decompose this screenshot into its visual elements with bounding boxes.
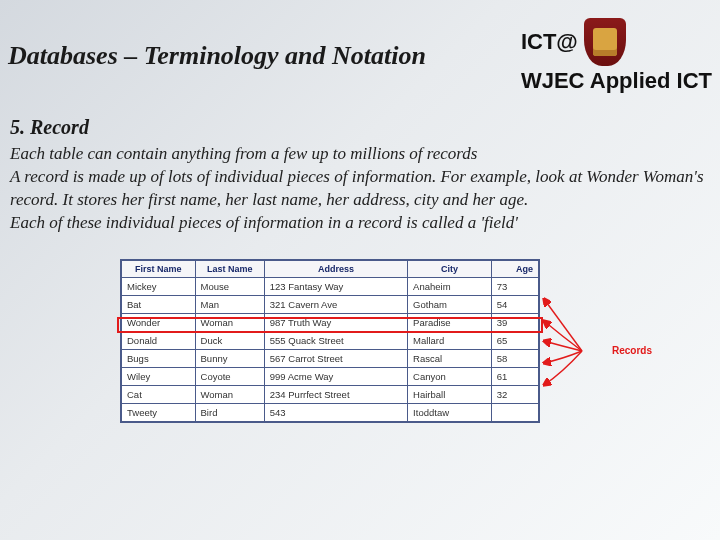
table-cell: Gotham [408,295,492,313]
table-row: WileyCoyote999 Acme WayCanyon61 [121,367,539,385]
section-heading: 5. Record [10,116,720,139]
table-cell: 987 Truth Way [264,313,407,331]
table-row: DonaldDuck555 Quack StreetMallard65 [121,331,539,349]
records-callout: Records [612,345,652,356]
table-cell: 65 [491,331,539,349]
table-cell: Itoddtaw [408,403,492,422]
table-cell: Mickey [121,277,195,295]
records-arrows-icon [540,291,600,401]
table-cell: 321 Cavern Ave [264,295,407,313]
th-city: City [408,260,492,278]
table-cell: Paradise [408,313,492,331]
table-cell: Woman [195,313,264,331]
table-cell: 32 [491,385,539,403]
table-row: WonderWoman987 Truth WayParadise39 [121,313,539,331]
paragraph-3: Each of these individual pieces of infor… [10,212,710,235]
records-table-wrap: First Name Last Name Address City Age Mi… [120,259,600,423]
table-cell: Coyote [195,367,264,385]
table-cell: 567 Carrot Street [264,349,407,367]
table-cell: 543 [264,403,407,422]
table-cell: 999 Acme Way [264,367,407,385]
table-cell [491,403,539,422]
table-row: BugsBunny567 Carrot StreetRascal58 [121,349,539,367]
table-cell: Donald [121,331,195,349]
table-cell: 555 Quack Street [264,331,407,349]
brand-block: ICT@ WJEC Applied ICT [521,18,712,94]
table-cell: 54 [491,295,539,313]
table-cell: Wonder [121,313,195,331]
th-addr: Address [264,260,407,278]
table-cell: Cat [121,385,195,403]
table-cell: 123 Fantasy Way [264,277,407,295]
th-last: Last Name [195,260,264,278]
th-first: First Name [121,260,195,278]
table-cell: 58 [491,349,539,367]
page-title: Databases – Terminology and Notation [8,41,513,71]
crest-icon [584,18,626,66]
table-cell: 234 Purrfect Street [264,385,407,403]
table-cell: Bugs [121,349,195,367]
table-header-row: First Name Last Name Address City Age [121,260,539,278]
paragraph-1: Each table can contain anything from a f… [10,143,710,166]
table-cell: Mallard [408,331,492,349]
table-row: BatMan321 Cavern AveGotham54 [121,295,539,313]
table-cell: Duck [195,331,264,349]
table-cell: Canyon [408,367,492,385]
table-row: CatWoman234 Purrfect StreetHairball32 [121,385,539,403]
table-cell: 39 [491,313,539,331]
table-cell: Tweety [121,403,195,422]
table-cell: 61 [491,367,539,385]
table-cell: Wiley [121,367,195,385]
brand-wjec: WJEC Applied ICT [521,68,712,94]
table-cell: Rascal [408,349,492,367]
table-cell: Mouse [195,277,264,295]
table-row: MickeyMouse123 Fantasy WayAnaheim73 [121,277,539,295]
table-cell: Anaheim [408,277,492,295]
paragraph-2: A record is made up of lots of individua… [10,166,710,212]
brand-ict: ICT@ [521,29,578,55]
table-cell: Man [195,295,264,313]
table-row: TweetyBird543Itoddtaw [121,403,539,422]
th-age: Age [491,260,539,278]
table-cell: Bird [195,403,264,422]
table-cell: Bat [121,295,195,313]
table-cell: Hairball [408,385,492,403]
records-table: First Name Last Name Address City Age Mi… [120,259,540,423]
table-cell: Woman [195,385,264,403]
table-cell: Bunny [195,349,264,367]
table-cell: 73 [491,277,539,295]
